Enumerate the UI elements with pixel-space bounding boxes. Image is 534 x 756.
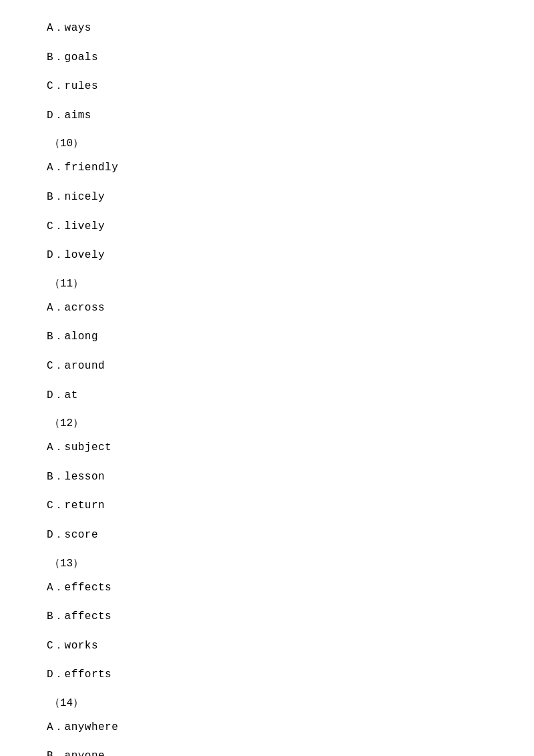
- main-content: A．ways B．goals C．rules D．aims （10） A．fri…: [0, 0, 534, 756]
- question-number-12: （12）: [47, 416, 487, 430]
- list-item: D．score: [47, 527, 487, 544]
- list-item: D．lovely: [47, 247, 487, 264]
- option-label: A．friendly: [47, 162, 118, 174]
- option-group-first: A．ways B．goals C．rules D．aims: [47, 20, 487, 124]
- list-item: C．rules: [47, 78, 487, 96]
- option-label: A．anywhere: [47, 721, 118, 733]
- list-item: B．along: [47, 329, 487, 346]
- question-number-11: （11）: [47, 276, 487, 291]
- question-number-10: （10）: [47, 136, 487, 150]
- option-label: A．subject: [47, 441, 111, 453]
- list-item: C．works: [47, 638, 487, 655]
- option-group-14: A．anywhere B．anyone C．anything D．nothing: [47, 719, 487, 756]
- list-item: A．ways: [47, 20, 487, 37]
- option-label: C．lively: [47, 220, 105, 232]
- option-label: B．affects: [47, 610, 111, 622]
- option-label: B．lesson: [47, 471, 105, 483]
- option-label: C．around: [47, 360, 105, 372]
- list-item: C．return: [47, 498, 487, 515]
- option-label: B．goals: [47, 51, 98, 63]
- option-group-12: A．subject B．lesson C．return D．score: [47, 439, 487, 544]
- list-item: B．anyone: [47, 748, 487, 756]
- option-group-13: A．effects B．affects C．works D．efforts: [47, 580, 487, 684]
- option-label: B．along: [47, 331, 98, 343]
- list-item: A．anywhere: [47, 719, 487, 737]
- option-group-10: A．friendly B．nicely C．lively D．lovely: [47, 160, 487, 264]
- option-label: B．nicely: [47, 191, 105, 203]
- list-item: B．lesson: [47, 469, 487, 486]
- option-label: A．ways: [47, 22, 91, 34]
- option-group-11: A．across B．along C．around D．at: [47, 300, 487, 404]
- list-item: D．efforts: [47, 667, 487, 684]
- list-item: A．subject: [47, 439, 487, 457]
- list-item: D．at: [47, 387, 487, 405]
- option-label: D．lovely: [47, 249, 105, 261]
- option-label: D．at: [47, 389, 78, 401]
- list-item: B．nicely: [47, 189, 487, 206]
- list-item: C．around: [47, 358, 487, 375]
- option-label: A．across: [47, 302, 105, 314]
- list-item: B．goals: [47, 49, 487, 67]
- option-label: D．aims: [47, 110, 91, 122]
- list-item: A．friendly: [47, 160, 487, 177]
- option-label: C．works: [47, 640, 98, 652]
- list-item: B．affects: [47, 608, 487, 626]
- list-item: D．aims: [47, 108, 487, 125]
- question-number-14: （14）: [47, 696, 487, 710]
- list-item: A．effects: [47, 580, 487, 597]
- option-label: C．return: [47, 500, 105, 512]
- option-label: C．rules: [47, 80, 98, 92]
- option-label: A．effects: [47, 582, 111, 594]
- option-label: D．score: [47, 529, 98, 541]
- list-item: C．lively: [47, 218, 487, 236]
- option-label: B．anyone: [47, 750, 105, 756]
- question-number-13: （13）: [47, 556, 487, 570]
- option-label: D．efforts: [47, 669, 111, 681]
- list-item: A．across: [47, 300, 487, 317]
